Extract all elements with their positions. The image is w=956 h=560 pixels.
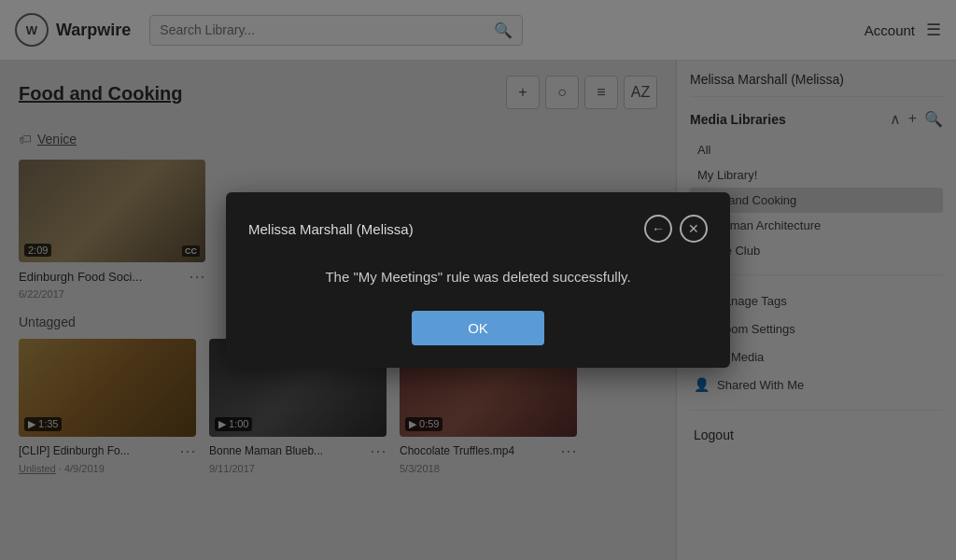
modal-close-button[interactable]: ✕ — [680, 215, 708, 243]
modal-back-button[interactable]: ← — [644, 215, 672, 243]
modal-footer: OK — [248, 311, 708, 345]
modal-overlay: Melissa Marshall (Melissa) ← ✕ The "My M… — [0, 0, 956, 560]
close-icon: ✕ — [688, 221, 699, 236]
modal-header-icons: ← ✕ — [644, 215, 708, 243]
modal-header: Melissa Marshall (Melissa) ← ✕ — [248, 215, 708, 243]
back-icon: ← — [652, 221, 665, 236]
ok-button[interactable]: OK — [412, 311, 544, 345]
modal: Melissa Marshall (Melissa) ← ✕ The "My M… — [226, 192, 730, 368]
modal-title: Melissa Marshall (Melissa) — [248, 221, 414, 237]
modal-message: The "My Meetings" rule was deleted succe… — [248, 269, 708, 285]
modal-body: The "My Meetings" rule was deleted succe… — [248, 269, 708, 285]
